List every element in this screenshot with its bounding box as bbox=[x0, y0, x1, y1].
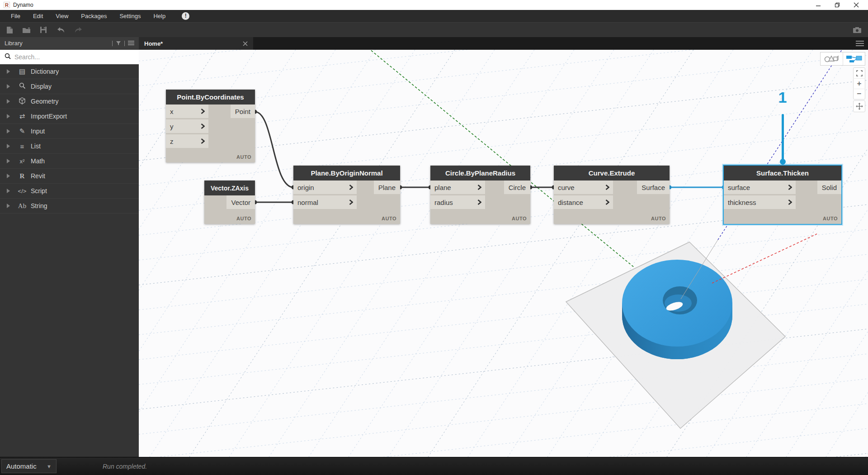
input-port-z[interactable]: z bbox=[166, 134, 208, 148]
pencil-icon: ✎ bbox=[16, 127, 28, 135]
library-item-importexport[interactable]: ⇄ ImportExport bbox=[0, 109, 139, 124]
library-item-display[interactable]: Display bbox=[0, 79, 139, 94]
output-port-solid[interactable]: Solid bbox=[817, 180, 841, 194]
redo-button[interactable] bbox=[74, 27, 83, 33]
library-item-dictionary[interactable]: ▤ Dictionary bbox=[0, 64, 139, 79]
graph-view-button[interactable] bbox=[843, 52, 865, 65]
workspace-menu-icon[interactable] bbox=[856, 41, 868, 46]
search-icon bbox=[5, 53, 11, 61]
menu-settings[interactable]: Settings bbox=[113, 10, 147, 22]
node-circle-byplaneradius[interactable]: Circle.ByPlaneRadius plane radius Circle… bbox=[430, 166, 530, 224]
node-title[interactable]: Surface.Thicken bbox=[724, 166, 841, 180]
node-title[interactable]: Circle.ByPlaneRadius bbox=[430, 166, 530, 180]
input-port-origin[interactable]: origin bbox=[293, 180, 357, 194]
graph-canvas[interactable]: Point.ByCoordinates x y z Point AUTO Vec… bbox=[139, 50, 868, 457]
node-title[interactable]: Point.ByCoordinates bbox=[166, 90, 255, 104]
library-title: Library bbox=[5, 40, 23, 47]
library-item-string[interactable]: Ab String bbox=[0, 199, 139, 214]
node-title[interactable]: Vector.ZAxis bbox=[204, 180, 255, 195]
expander-arrow-icon[interactable] bbox=[7, 114, 10, 119]
library-menu-icon[interactable] bbox=[128, 39, 134, 48]
export-workspace-image-button[interactable] bbox=[853, 27, 862, 33]
output-port-circle[interactable]: Circle bbox=[504, 180, 530, 194]
run-mode-dropdown[interactable]: Automatic ▼ bbox=[1, 459, 57, 473]
input-port-distance[interactable]: distance bbox=[554, 195, 613, 209]
expander-arrow-icon[interactable] bbox=[7, 144, 10, 148]
chevron-right-icon bbox=[477, 185, 481, 190]
run-status-text: Run completed. bbox=[103, 463, 147, 470]
step-marker-label: 1 bbox=[776, 89, 789, 106]
window-close-button[interactable] bbox=[854, 2, 859, 8]
library-item-math[interactable]: x² Math bbox=[0, 154, 139, 169]
library-item-input[interactable]: ✎ Input bbox=[0, 124, 139, 139]
expander-arrow-icon[interactable] bbox=[7, 69, 10, 74]
library-search[interactable] bbox=[0, 50, 139, 64]
expander-arrow-icon[interactable] bbox=[7, 174, 10, 178]
input-port-surface[interactable]: surface bbox=[724, 180, 796, 194]
new-file-button[interactable] bbox=[6, 26, 13, 34]
output-port-vector[interactable]: Vector bbox=[226, 195, 255, 209]
node-vector-zaxis[interactable]: Vector.ZAxis Vector AUTO bbox=[204, 180, 255, 224]
input-port-y[interactable]: y bbox=[166, 119, 208, 133]
library-item-geometry[interactable]: Geometry bbox=[0, 94, 139, 109]
window-restore-button[interactable] bbox=[835, 2, 840, 8]
zoom-fit-button[interactable] bbox=[853, 68, 865, 78]
notifications-icon[interactable]: ! bbox=[182, 12, 189, 20]
input-port-plane[interactable]: plane bbox=[430, 180, 485, 194]
tab-home[interactable]: Home* bbox=[139, 37, 253, 50]
input-port-normal[interactable]: normal bbox=[293, 195, 357, 209]
output-port-plane[interactable]: Plane bbox=[374, 180, 400, 194]
open-file-button[interactable] bbox=[22, 27, 31, 33]
expander-arrow-icon[interactable] bbox=[7, 189, 10, 193]
divider bbox=[124, 41, 125, 46]
output-port-surface[interactable]: Surface bbox=[637, 180, 670, 194]
node-plane-byoriginnormal[interactable]: Plane.ByOriginNormal origin normal Plane… bbox=[293, 166, 400, 224]
x-squared-icon: x² bbox=[16, 158, 28, 165]
pan-button[interactable] bbox=[853, 100, 865, 112]
menu-file[interactable]: File bbox=[5, 10, 27, 22]
library-item-script[interactable]: </> Script bbox=[0, 184, 139, 199]
node-title[interactable]: Plane.ByOriginNormal bbox=[293, 166, 400, 180]
expander-arrow-icon[interactable] bbox=[7, 99, 10, 104]
window-minimize-button[interactable] bbox=[816, 2, 821, 8]
undo-button[interactable] bbox=[56, 27, 65, 33]
tab-close-icon[interactable] bbox=[243, 41, 248, 46]
expander-arrow-icon[interactable] bbox=[7, 84, 10, 89]
output-port-point[interactable]: Point bbox=[231, 104, 255, 118]
chevron-right-icon bbox=[201, 109, 205, 114]
node-title[interactable]: Curve.Extrude bbox=[554, 166, 670, 180]
library-filter-icon[interactable] bbox=[116, 39, 121, 48]
search-input[interactable] bbox=[14, 53, 134, 61]
library-item-list[interactable]: ≡ List bbox=[0, 139, 139, 154]
expander-arrow-icon[interactable] bbox=[7, 159, 10, 163]
geometry-view-button[interactable] bbox=[821, 52, 843, 65]
node-point-bycoordinates[interactable]: Point.ByCoordinates x y z Point AUTO bbox=[166, 90, 255, 162]
zoom-out-button[interactable]: − bbox=[853, 89, 865, 99]
lacing-badge: AUTO bbox=[823, 216, 838, 221]
code-icon: </> bbox=[16, 188, 28, 195]
revit-r-icon: R bbox=[16, 172, 28, 180]
run-bar: Automatic ▼ Run completed. bbox=[0, 457, 868, 475]
expander-arrow-icon[interactable] bbox=[7, 204, 10, 208]
library-item-revit[interactable]: R Revit bbox=[0, 169, 139, 184]
swap-arrows-icon: ⇄ bbox=[16, 112, 28, 120]
node-surface-thicken[interactable]: Surface.Thicken surface thickness Solid … bbox=[724, 166, 841, 224]
chevron-right-icon bbox=[349, 200, 353, 205]
menu-packages[interactable]: Packages bbox=[75, 10, 113, 22]
save-button[interactable] bbox=[40, 26, 47, 33]
input-port-curve[interactable]: curve bbox=[554, 180, 613, 194]
axis-y-green bbox=[365, 50, 635, 268]
chevron-right-icon bbox=[605, 185, 609, 190]
menu-help[interactable]: Help bbox=[147, 10, 172, 22]
expander-arrow-icon[interactable] bbox=[7, 129, 10, 133]
chevron-right-icon bbox=[477, 200, 481, 205]
view-mode-toggle bbox=[820, 52, 865, 66]
input-port-radius[interactable]: radius bbox=[430, 195, 485, 209]
input-port-x[interactable]: x bbox=[166, 104, 208, 118]
node-curve-extrude[interactable]: Curve.Extrude curve distance Surface AUT… bbox=[554, 166, 670, 224]
list-icon: ≡ bbox=[16, 142, 28, 150]
input-port-thickness[interactable]: thickness bbox=[724, 195, 796, 209]
menu-edit[interactable]: Edit bbox=[27, 10, 49, 22]
zoom-in-button[interactable]: + bbox=[853, 78, 865, 89]
menu-view[interactable]: View bbox=[49, 10, 75, 22]
